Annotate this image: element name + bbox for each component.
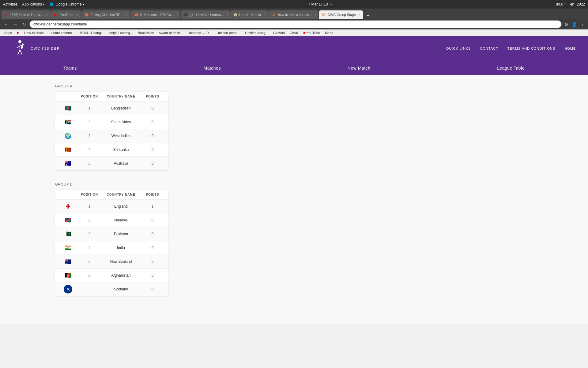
forward-button[interactable]: → xyxy=(12,21,19,27)
tab-6-label: Home - Canva xyxy=(239,13,261,17)
bookmark-gmail-label: Gmail xyxy=(290,31,299,35)
tab-1-close[interactable]: × xyxy=(46,13,47,17)
group-b-row-2: 🇳🇦 2 Namibia 0 xyxy=(55,213,168,227)
pos-australia: 5 xyxy=(77,161,102,166)
bookmark-1604[interactable]: 16.04 - Changi... xyxy=(78,30,106,35)
browser-label[interactable]: 🌐 Google Chrome ▾ xyxy=(49,2,84,6)
tab-2-close[interactable]: × xyxy=(76,13,78,17)
bookmark-ubuntu[interactable]: ubuntu shortc... xyxy=(50,30,77,35)
bookmark-coding[interactable]: helpful coding... xyxy=(107,30,135,35)
bookmark-1604-label: 16.04 - Changi... xyxy=(80,31,104,35)
bookmark-youtube-icon[interactable]: ▶ xyxy=(15,30,21,35)
back-button[interactable]: ← xyxy=(2,21,10,27)
pos-bangladesh: 1 xyxy=(77,106,102,110)
group-a-row-3: 🌍 3 West Indies 0 xyxy=(55,129,168,143)
points-pakistan: 0 xyxy=(140,232,165,236)
bookmark-maps-label: Maps xyxy=(325,31,333,35)
group-a-row-1: 🇧🇩 1 Bangladesh 0 xyxy=(55,102,168,115)
browser-window: ▶ (346) How to Turn a... × ▶ YouTube × 🐙… xyxy=(0,9,588,36)
bookmark-bookcision[interactable]: Bookcision xyxy=(136,30,156,35)
header-link-quicklinks[interactable]: QUICK LINKS xyxy=(446,47,471,50)
tab-4-close[interactable]: × xyxy=(177,13,179,17)
points-namibia: 0 xyxy=(140,218,165,222)
bookmark-prese-label: Untitled prese... xyxy=(217,31,240,35)
nav-teams[interactable]: Teams xyxy=(63,66,77,71)
bookmark-prese[interactable]: Untitled prese... xyxy=(215,30,242,35)
tab-2[interactable]: ▶ YouTube × xyxy=(51,10,81,19)
nav-leaguetable[interactable]: League Table xyxy=(497,66,525,71)
profile-icon[interactable]: 👤 xyxy=(571,21,578,28)
flag-scotland: ✕ xyxy=(59,285,77,293)
tab-7[interactable]: 🏏 how to take a screen... × xyxy=(269,10,318,19)
flag-england: ✚ xyxy=(59,202,77,211)
tab-3[interactable]: 🐙 Editing ClanHub/RE... × xyxy=(81,10,130,19)
site-header: CWC INSIDER QUICK LINKS CONTACT TERMS AN… xyxy=(0,36,588,61)
group-b-col-flag xyxy=(59,193,77,196)
tab-8-close[interactable]: × xyxy=(359,13,360,17)
group-b-col-points: POINTS xyxy=(140,193,165,196)
group-b-row-7: ✕ Scotland 0 xyxy=(55,282,168,296)
group-a-row-4: 🇱🇰 4 Sri Lanka 0 xyxy=(55,143,168,157)
country-pakistan: Pakistan xyxy=(102,232,140,236)
tab-5-close[interactable]: × xyxy=(227,13,228,17)
address-input[interactable] xyxy=(29,20,562,28)
svg-line-5 xyxy=(20,50,22,55)
header-link-contact[interactable]: CONTACT xyxy=(480,47,498,50)
tab-2-favicon: ▶ xyxy=(54,13,58,17)
bookmark-sword[interactable]: sword of desti... xyxy=(157,30,184,35)
group-a-table: POSITION COUNTRY NAME POINTS 🇧🇩 1 Bangla… xyxy=(55,92,168,170)
svg-line-2 xyxy=(17,46,20,48)
group-b-header: POSITION COUNTRY NAME POINTS xyxy=(55,190,168,200)
country-australia: Australia xyxy=(102,161,140,166)
country-afghanistan: Afghanistan xyxy=(102,273,140,278)
points-india: 0 xyxy=(140,246,165,250)
flag-newzealand: 🇳🇿 xyxy=(59,257,77,266)
group-b-row-6: 🇦🇫 6 Afghanistan 0 xyxy=(55,269,168,282)
bookmark-howto[interactable]: How to custo... xyxy=(22,30,48,35)
nav-newmatch[interactable]: New Match xyxy=(348,66,371,71)
tab-7-label: how to take a screen... xyxy=(278,13,312,17)
temp-display: 80.6 °F xyxy=(556,2,568,6)
tab-6[interactable]: 🏠 Home - Canva × xyxy=(230,10,269,19)
bookmark-apps[interactable]: Apps xyxy=(2,30,14,35)
more-icon[interactable]: ⋮ xyxy=(579,21,586,28)
tab-1-favicon: ▶ xyxy=(5,13,9,17)
points-scotland: 0 xyxy=(140,287,165,291)
bookmark-unsorted[interactable]: Unsorted — R... xyxy=(186,30,213,35)
toolbar-icons: ⚙ 👤 ⋮ xyxy=(564,21,586,28)
bookmark-desig[interactable]: Untitled desig... xyxy=(243,30,270,35)
tab-3-close[interactable]: × xyxy=(126,13,128,17)
bookmark-gmail[interactable]: Gmail xyxy=(288,30,300,35)
bookmark-gitmind[interactable]: GitMind xyxy=(271,30,287,35)
tab-1-label: (346) How to Turn a... xyxy=(10,13,43,17)
flag-australia: 🇦🇺 xyxy=(59,159,77,168)
tab-4[interactable]: 🐙 O-Marsters-1997/Fla... × xyxy=(131,10,180,19)
bookmark-bookcision-label: Bookcision xyxy=(138,31,154,35)
applications-label[interactable]: Applications ▾ xyxy=(22,2,45,6)
pos-southafrica: 2 xyxy=(77,120,102,124)
reload-button[interactable]: ↻ xyxy=(21,21,28,27)
tab-6-close[interactable]: × xyxy=(264,13,266,17)
new-tab-button[interactable]: + xyxy=(364,13,372,19)
flag-bangladesh: 🇧🇩 xyxy=(59,104,77,113)
header-link-home[interactable]: HOME xyxy=(564,47,576,50)
pos-england: 1 xyxy=(77,204,102,209)
country-india: India xyxy=(102,246,140,250)
tab-5[interactable]: ⬛ git - How can I remov... × xyxy=(181,10,230,19)
datetime: 7 Mar 17:10 xyxy=(308,2,328,6)
bookmark-youtube[interactable]: ▶ YouTube xyxy=(302,30,322,35)
header-link-terms[interactable]: TERMS AND CONDITIONS xyxy=(507,47,555,50)
group-b-label: GROUP B: xyxy=(55,182,588,186)
points-newzealand: 0 xyxy=(140,259,165,264)
pos-windies: 3 xyxy=(77,134,102,138)
extensions-icon[interactable]: ⚙ xyxy=(564,21,569,28)
bookmark-maps[interactable]: Maps xyxy=(323,30,335,35)
activities-label[interactable]: Activities xyxy=(3,2,17,6)
nav-matches[interactable]: Matches xyxy=(204,66,221,71)
tab-8[interactable]: 🏏 CWC Group Stage × xyxy=(319,10,364,19)
bookmark-youtube-label: YouTube xyxy=(307,31,320,35)
lang-display: en xyxy=(570,2,574,6)
tab-7-close[interactable]: × xyxy=(315,13,317,17)
tab-1[interactable]: ▶ (346) How to Turn a... × xyxy=(2,10,51,19)
country-namibia: Namibia xyxy=(102,218,140,222)
